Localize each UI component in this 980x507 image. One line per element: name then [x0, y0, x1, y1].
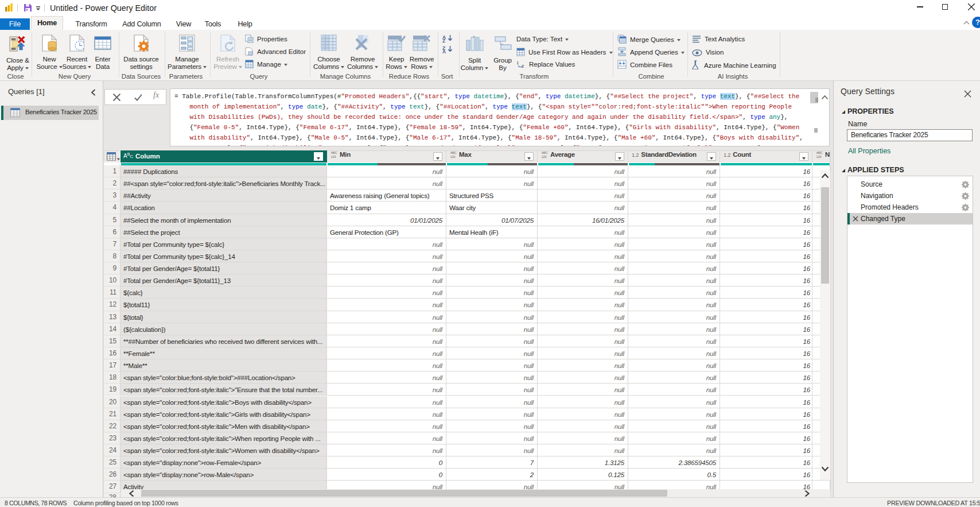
svg-text:A: A: [442, 49, 446, 53]
svg-text:Z: Z: [442, 38, 445, 42]
svg-text:1: 1: [516, 60, 519, 65]
